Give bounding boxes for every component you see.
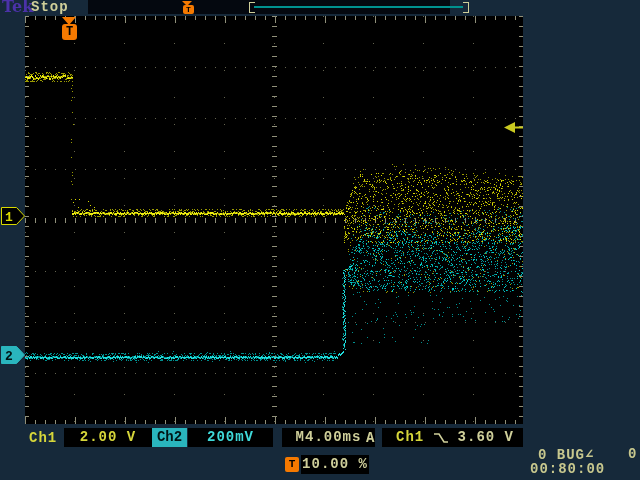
acquisition-mode-label: A <box>366 430 375 446</box>
timebase-readout: M4.00ms <box>282 428 375 447</box>
record-view-bar <box>88 0 450 14</box>
record-window-right-bracket <box>463 2 469 13</box>
clock-readout: 00:80:00 <box>530 461 605 477</box>
trigger-readout: Ch1 3.60 V <box>382 428 523 447</box>
ch2-scale-readout: 200mV <box>188 428 273 447</box>
ch1-ground-marker: 1 <box>1 206 26 226</box>
trigger-position-marker: T <box>62 24 77 40</box>
record-trigger-marker: T <box>183 5 194 14</box>
ch2-ground-marker: 2 <box>1 345 26 365</box>
counter2-readout: 0 <box>628 446 637 462</box>
acquisition-status: Stop <box>31 0 69 15</box>
ch1-marker-label: 1 <box>5 210 13 225</box>
oscilloscope-screen: Tek Stop T T 1 2 Ch1 2.00 V Ch2 200mV M4… <box>0 0 640 480</box>
record-line <box>254 6 463 8</box>
trigger-source-label: Ch1 <box>396 428 424 447</box>
horizontal-position-readout: 10.00 % <box>301 455 369 474</box>
trigger-level-readout: 3.60 V <box>458 428 514 447</box>
waveform-display <box>0 0 640 480</box>
falling-edge-icon <box>432 431 450 444</box>
trigger-level-marker-icon <box>504 121 523 134</box>
tek-logo: Tek <box>2 0 33 14</box>
ch1-readout-label: Ch1 <box>29 430 57 446</box>
ch2-readout-label: Ch2 <box>152 428 187 447</box>
ch2-marker-label: 2 <box>5 349 13 364</box>
hpos-trigger-icon: T <box>285 457 299 472</box>
ch1-scale-readout: 2.00 V <box>64 428 152 447</box>
